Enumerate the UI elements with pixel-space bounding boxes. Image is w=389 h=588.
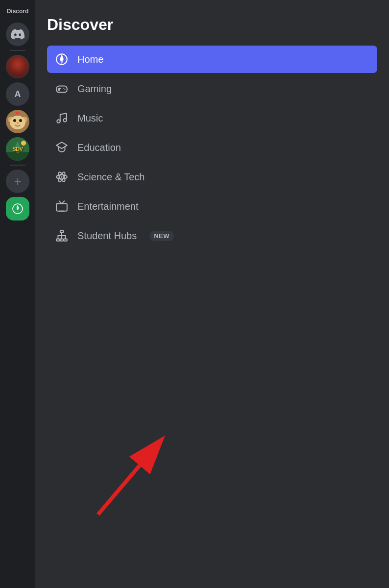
app-title: Discord xyxy=(7,6,29,19)
svg-point-19 xyxy=(61,58,63,61)
discord-logo-icon xyxy=(11,29,24,40)
svg-point-28 xyxy=(63,119,67,122)
tv-icon xyxy=(55,199,69,213)
game-char-art xyxy=(6,110,29,133)
discord-home-button[interactable] xyxy=(6,23,29,46)
nav-item-entertainment[interactable]: Entertainment xyxy=(47,193,377,220)
svg-rect-34 xyxy=(56,204,67,211)
music-icon xyxy=(55,111,69,125)
svg-point-11 xyxy=(21,141,26,146)
nav-label-student-hubs: Student Hubs xyxy=(77,230,137,242)
nav-label-education: Education xyxy=(77,142,121,153)
svg-point-27 xyxy=(57,120,60,123)
svg-point-26 xyxy=(64,89,65,90)
nav-item-student-hubs[interactable]: Student Hubs NEW xyxy=(47,222,377,249)
svg-rect-8 xyxy=(6,152,29,161)
nav-item-science-tech[interactable]: Science & Tech xyxy=(47,163,377,191)
server-sidebar: Discord A xyxy=(0,0,35,588)
nav-item-gaming[interactable]: Gaming xyxy=(47,75,377,102)
add-server-button[interactable]: + xyxy=(6,170,29,193)
sdv-art: SDV xyxy=(6,137,29,161)
gamepad-icon xyxy=(55,82,69,96)
nav-label-gaming: Gaming xyxy=(77,83,112,95)
atom-icon xyxy=(55,170,69,184)
discover-nav: Home Gaming xyxy=(47,46,377,249)
svg-point-33 xyxy=(61,176,62,177)
nav-item-music[interactable]: Music xyxy=(47,104,377,132)
sdv-server-icon[interactable]: SDV xyxy=(6,137,29,161)
svg-marker-29 xyxy=(56,142,67,148)
nav-label-science-tech: Science & Tech xyxy=(77,172,145,183)
sidebar-divider-2 xyxy=(10,165,25,166)
letter-a-server-icon[interactable]: A xyxy=(6,82,29,106)
svg-point-15 xyxy=(17,208,19,210)
explore-button[interactable] xyxy=(6,197,29,220)
nav-label-entertainment: Entertainment xyxy=(77,201,139,212)
compass-nav-icon xyxy=(55,52,69,66)
hierarchy-icon xyxy=(55,229,69,243)
svg-point-6 xyxy=(17,122,19,124)
nav-label-music: Music xyxy=(77,113,103,124)
discover-panel: Discover Home xyxy=(35,0,389,588)
svg-point-4 xyxy=(13,119,16,122)
nav-item-home[interactable]: Home xyxy=(47,46,377,73)
blurred-avatar xyxy=(6,55,29,78)
svg-point-25 xyxy=(63,88,64,89)
svg-marker-14 xyxy=(17,210,19,213)
game-char-server-icon[interactable] xyxy=(6,110,29,133)
nav-item-education[interactable]: Education xyxy=(47,134,377,161)
compass-icon xyxy=(12,203,24,215)
graduation-icon xyxy=(55,141,69,154)
svg-marker-13 xyxy=(17,205,19,208)
plus-icon: + xyxy=(14,174,21,189)
svg-rect-20 xyxy=(56,86,67,93)
svg-point-5 xyxy=(19,119,22,122)
sidebar-divider xyxy=(10,50,25,51)
nav-label-home: Home xyxy=(77,54,103,65)
blurred-server-icon[interactable] xyxy=(6,55,29,78)
new-badge: NEW xyxy=(149,231,174,241)
page-title: Discover xyxy=(47,16,377,34)
letter-a-label: A xyxy=(15,89,21,99)
